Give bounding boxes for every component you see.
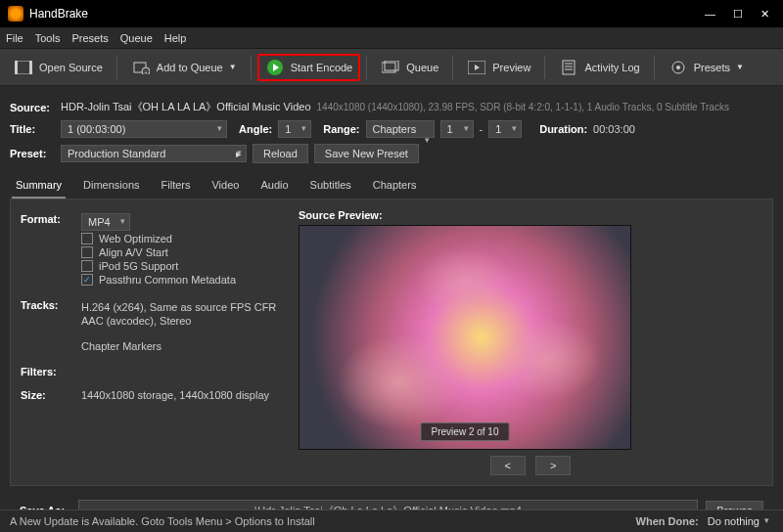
when-done-label: When Done:: [636, 515, 699, 527]
activity-log-label: Activity Log: [584, 62, 639, 73]
tab-filters[interactable]: Filters: [158, 173, 195, 199]
tab-summary[interactable]: Summary: [12, 173, 66, 199]
format-label: Format:: [21, 213, 71, 225]
queue-button[interactable]: Queue: [373, 54, 446, 81]
filters-label: Filters:: [21, 366, 71, 377]
toolbar: Open Source + Add to Queue ▼ Start Encod…: [0, 49, 783, 86]
update-message: A New Update is Available. Goto Tools Me…: [10, 515, 315, 527]
ipod-checkbox[interactable]: [81, 260, 93, 272]
status-bar: A New Update is Available. Goto Tools Me…: [0, 510, 783, 532]
title-label: Title:: [10, 123, 55, 135]
menu-queue[interactable]: Queue: [120, 32, 153, 44]
app-logo-icon: [8, 6, 23, 22]
activity-log-button[interactable]: Activity Log: [551, 54, 647, 81]
angle-label: Angle:: [239, 123, 272, 135]
source-preview-label: Source Preview:: [299, 209, 762, 221]
queue-icon: [381, 58, 400, 77]
preview-next-button[interactable]: >: [535, 456, 571, 475]
preset-select[interactable]: Production Standard▸: [61, 145, 247, 162]
tab-video[interactable]: Video: [207, 173, 243, 199]
close-button[interactable]: ✕: [760, 8, 769, 21]
title-select[interactable]: 1 (00:03:00): [61, 120, 227, 138]
passthru-label: Passthru Common Metadata: [99, 274, 236, 286]
range-type-select[interactable]: Chapters: [366, 120, 435, 138]
title-bar: HandBrake — ☐ ✕: [0, 0, 783, 27]
source-name: HDR-Jolin Tsai《OH LA LA LA》Official Musi…: [61, 100, 311, 114]
range-label: Range:: [323, 123, 359, 135]
range-to-select[interactable]: 1: [488, 120, 522, 138]
duration-label: Duration:: [539, 123, 587, 135]
tab-audio[interactable]: Audio: [256, 173, 292, 199]
menu-tools[interactable]: Tools: [35, 32, 61, 44]
range-dash: -: [480, 123, 484, 135]
chevron-down-icon: ▼: [229, 63, 237, 71]
passthru-checkbox[interactable]: ✓: [81, 274, 93, 286]
track-video: H.264 (x264), Same as source FPS CFR: [81, 301, 276, 313]
add-queue-icon: +: [131, 58, 151, 77]
reload-button[interactable]: Reload: [253, 144, 308, 163]
tab-subtitles[interactable]: Subtitles: [306, 173, 355, 199]
tab-chapters[interactable]: Chapters: [369, 173, 421, 199]
add-to-queue-label: Add to Queue: [157, 62, 223, 73]
web-optimized-label: Web Optimized: [99, 233, 172, 244]
maximize-button[interactable]: ☐: [733, 8, 743, 21]
range-from-select[interactable]: 1: [440, 120, 474, 138]
svg-rect-12: [563, 61, 575, 74]
menu-file[interactable]: File: [6, 32, 23, 44]
menu-bar: File Tools Presets Queue Help: [0, 27, 783, 49]
presets-icon: [668, 58, 688, 77]
preview-button[interactable]: Preview: [459, 54, 538, 81]
preview-label: Preview: [492, 62, 530, 73]
ipod-label: iPod 5G Support: [99, 260, 178, 272]
svg-rect-1: [15, 61, 18, 74]
tab-dimensions[interactable]: Dimensions: [79, 173, 143, 199]
preview-icon: [467, 58, 486, 77]
tracks-label: Tracks:: [21, 299, 71, 311]
preview-prev-button[interactable]: <: [490, 456, 526, 475]
svg-marker-11: [475, 65, 480, 70]
track-audio: AAC (avcodec), Stereo: [81, 315, 276, 327]
align-av-checkbox[interactable]: [81, 246, 93, 258]
angle-select[interactable]: 1: [278, 120, 311, 138]
add-to-queue-button[interactable]: + Add to Queue ▼: [123, 54, 245, 81]
svg-rect-2: [29, 61, 32, 74]
svg-point-17: [676, 66, 680, 69]
start-encode-label: Start Encode: [291, 62, 353, 73]
save-preset-button[interactable]: Save New Preset: [314, 144, 419, 163]
open-source-label: Open Source: [39, 62, 103, 73]
web-optimized-checkbox[interactable]: [81, 233, 93, 244]
duration-value: 00:03:00: [593, 123, 635, 135]
align-av-label: Align A/V Start: [99, 246, 168, 258]
menu-presets[interactable]: Presets: [71, 32, 108, 44]
menu-help[interactable]: Help: [164, 32, 187, 44]
start-encode-button[interactable]: Start Encode: [257, 54, 361, 81]
size-label: Size:: [21, 389, 71, 401]
svg-text:+: +: [144, 69, 148, 74]
tab-bar: Summary Dimensions Filters Video Audio S…: [10, 173, 773, 200]
presets-label: Presets: [694, 62, 730, 73]
source-label: Source:: [10, 102, 55, 113]
preset-label: Preset:: [10, 148, 55, 159]
size-value: 1440x1080 storage, 1440x1080 display: [81, 389, 269, 401]
source-info: 1440x1080 (1440x1080), 23.98 FPS, SDR (8…: [317, 102, 729, 112]
log-icon: [559, 58, 578, 77]
preview-counter: Preview 2 of 10: [421, 422, 510, 441]
queue-label: Queue: [406, 62, 438, 73]
track-chapters: Chapter Markers: [81, 340, 276, 352]
open-source-button[interactable]: Open Source: [6, 54, 111, 81]
window-title: HandBrake: [29, 7, 705, 21]
chevron-down-icon: ▼: [736, 63, 744, 71]
minimize-button[interactable]: —: [705, 8, 715, 21]
presets-button[interactable]: Presets ▼: [661, 54, 752, 81]
film-icon: [14, 58, 33, 77]
preview-image: Preview 2 of 10: [299, 225, 631, 450]
play-icon: [265, 58, 285, 77]
format-select[interactable]: MP4: [81, 213, 130, 231]
when-done-select[interactable]: Do nothing: [702, 513, 773, 529]
